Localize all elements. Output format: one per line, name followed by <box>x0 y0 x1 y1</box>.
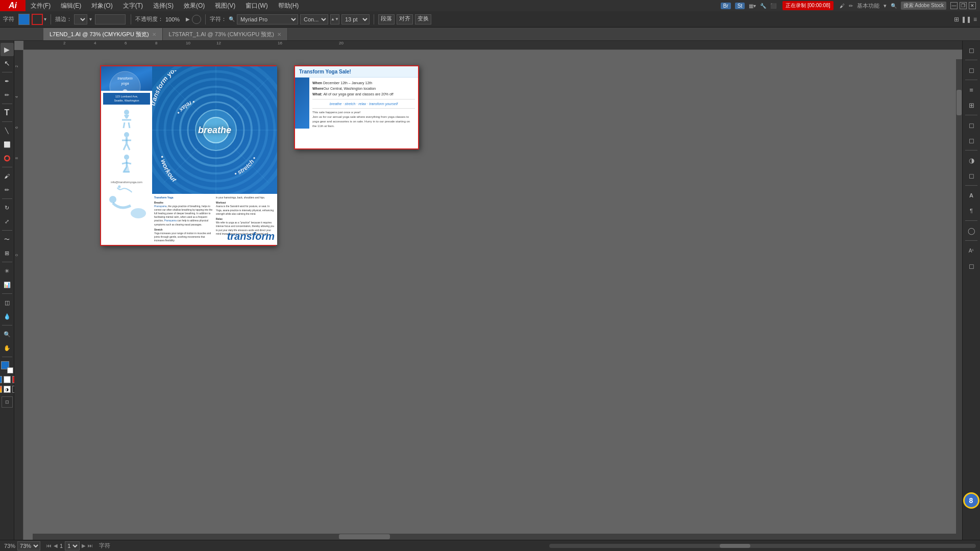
background-color[interactable] <box>7 367 13 373</box>
yoga-pose-bottom <box>101 185 147 193</box>
tool-hand[interactable]: ✋ <box>1 341 14 355</box>
tool-symbol-spray[interactable]: ✳ <box>1 264 14 278</box>
horizontal-scrollbar[interactable] <box>33 534 956 540</box>
tool-free-transform[interactable]: ⊞ <box>1 246 14 260</box>
tool-pencil[interactable]: ✏ <box>1 88 14 102</box>
tool-rect[interactable]: ⬜ <box>1 138 14 151</box>
menu-object[interactable]: 对象(O) <box>86 1 117 11</box>
tab-l7start-close[interactable]: ✕ <box>277 32 281 37</box>
tool-scale[interactable]: ⤢ <box>1 215 14 228</box>
libraries-btn[interactable]: ◻ <box>964 63 978 77</box>
tool-zoom[interactable]: 🔍 <box>1 328 14 341</box>
pathfinder-btn[interactable]: ⊞ <box>964 98 978 112</box>
color-swatch-fill[interactable] <box>0 376 2 383</box>
tab-l7start[interactable]: L7START_1.AI @ 73% (CMYK/GPU 预览) ✕ <box>163 28 288 40</box>
tool-pen[interactable]: ✒ <box>1 74 14 88</box>
horizontal-scroll-thumb[interactable] <box>339 534 390 539</box>
zoom-select[interactable]: 73% <box>17 541 40 550</box>
close-button[interactable]: ✕ <box>969 2 976 9</box>
arrange-panel-btn[interactable]: ⊞ <box>954 16 959 23</box>
flyer-body: When December 12th – January 12th WhereO… <box>295 78 418 129</box>
tool-graph[interactable]: 📊 <box>1 278 14 291</box>
page-first-btn[interactable]: ⏮ <box>46 543 52 548</box>
font-size-spinner[interactable]: ▲▼ <box>330 14 339 24</box>
doc-left-brochure[interactable]: transform yoga <box>100 65 276 246</box>
menu-file[interactable]: 文件(F) <box>26 1 56 11</box>
stroke-color-box[interactable] <box>32 14 43 25</box>
menu-edit[interactable]: 编辑(E) <box>56 1 86 11</box>
more-options-btn[interactable]: ≡ <box>973 16 977 23</box>
page-select[interactable]: 1 <box>65 541 80 550</box>
workspace-label: 基本功能 <box>857 2 879 10</box>
menu-text[interactable]: 文字(T) <box>118 1 148 11</box>
zoom-control[interactable]: 73% 73% <box>4 541 40 550</box>
status-scroll-area[interactable] <box>549 544 976 548</box>
notification-circle[interactable]: 8 <box>962 491 980 509</box>
menu-view[interactable]: 视图(V) <box>210 1 240 11</box>
menu-help[interactable]: 帮助(H) <box>273 1 304 11</box>
panel-switcher[interactable]: ▦▾ <box>749 3 756 9</box>
tool-paintbrush[interactable]: 🖌 <box>1 169 14 183</box>
align-btn[interactable]: 对齐 <box>397 14 413 24</box>
page-next-btn[interactable]: ▶ <box>82 543 86 548</box>
restore-button[interactable]: ❐ <box>960 2 967 9</box>
paragraph-btn[interactable]: 段落 <box>378 14 395 24</box>
font-size-select[interactable]: 13 pt <box>341 14 370 24</box>
tab-l7end-close[interactable]: ✕ <box>152 32 156 37</box>
stroke-panel-btn[interactable]: ◯ <box>964 223 978 238</box>
vertical-scroll-thumb[interactable] <box>957 90 962 115</box>
canvas-area[interactable]: 2 4 6 8 10 12 16 20 2 4 6 8 0 <box>14 41 962 540</box>
menu-window[interactable]: 窗口(W) <box>240 1 273 11</box>
tab-l7end[interactable]: L7END_1.AI @ 73% (CMYK/GPU 预览) ✕ <box>43 28 163 40</box>
glyphs-btn[interactable]: Aˢ <box>964 243 978 258</box>
color-mode-grad[interactable]: ◑ <box>4 386 11 393</box>
flyer-content: When December 12th – January 12th WhereO… <box>309 78 418 129</box>
tool-gradient[interactable]: ◫ <box>1 296 14 309</box>
page-prev-btn[interactable]: ◀ <box>54 543 58 548</box>
flyer-what: What: All of our yoga gear and classes a… <box>312 91 415 97</box>
chars-panel-btn[interactable]: ❚❚ <box>961 16 971 23</box>
tool-text[interactable]: T <box>1 106 14 119</box>
page-last-btn[interactable]: ⏭ <box>88 543 93 548</box>
char-styles-btn[interactable]: A <box>964 188 978 203</box>
stroke-arrow2[interactable]: ▾ <box>89 16 92 22</box>
stroke-arrow[interactable]: ▾ <box>44 16 46 22</box>
tool-selection[interactable]: ▶ <box>1 43 14 56</box>
layers-quick-btn[interactable]: ⊡ <box>2 396 13 408</box>
properties-btn[interactable]: ◻ <box>964 43 978 57</box>
color-mode-color[interactable] <box>0 386 2 393</box>
fill-color-box[interactable] <box>18 14 30 25</box>
transform-panel-btn[interactable]: ◻ <box>964 118 978 132</box>
font-select[interactable]: Myriad Pro <box>237 14 298 24</box>
font-style-select[interactable]: Con... <box>300 14 328 24</box>
para-styles-btn[interactable]: ¶ <box>964 204 978 218</box>
workspace-arrow[interactable]: ▾ <box>884 3 887 9</box>
doc-right-flyer[interactable]: Transform Yoga Sale! When December 12th … <box>294 65 419 149</box>
opacity-more-btn[interactable]: ▶ <box>186 16 190 22</box>
gradient-panel-btn[interactable]: ◑ <box>964 153 978 167</box>
opentype-btn[interactable]: ◻ <box>964 259 978 273</box>
adobe-stock-label[interactable]: 搜索 Adobe Stock <box>901 2 946 10</box>
mode-circle[interactable] <box>192 15 201 24</box>
tool-rotate[interactable]: ↻ <box>1 201 14 214</box>
minimize-button[interactable]: — <box>950 2 958 9</box>
align-panel-btn[interactable]: ≡ <box>964 83 978 97</box>
menu-select[interactable]: 选择(S) <box>148 1 179 11</box>
color-swatch-none[interactable] <box>4 376 11 383</box>
stroke-select[interactable] <box>74 14 87 24</box>
tool-eyedropper[interactable]: 💧 <box>1 310 14 323</box>
artboards-btn[interactable]: ◻ <box>964 133 978 147</box>
transform-btn[interactable]: 变换 <box>415 14 431 24</box>
workout-body: Asana is the Sanskrit word for posture, … <box>216 205 275 216</box>
vertical-scrollbar[interactable] <box>956 59 962 540</box>
stock-button[interactable]: St <box>735 3 745 9</box>
stroke-weight[interactable] <box>95 14 126 24</box>
tool-blob-brush[interactable]: ✏ <box>1 183 14 196</box>
menu-effect[interactable]: 效果(O) <box>179 1 210 11</box>
tool-direct-select[interactable]: ↖ <box>1 57 14 70</box>
tool-warp[interactable]: 〜 <box>1 233 14 246</box>
appearance-btn[interactable]: ◻ <box>964 168 978 183</box>
bridge-button[interactable]: Br <box>721 3 731 9</box>
tool-line[interactable]: ╲ <box>1 124 14 137</box>
tool-ellipse[interactable]: ⭕ <box>1 152 14 165</box>
